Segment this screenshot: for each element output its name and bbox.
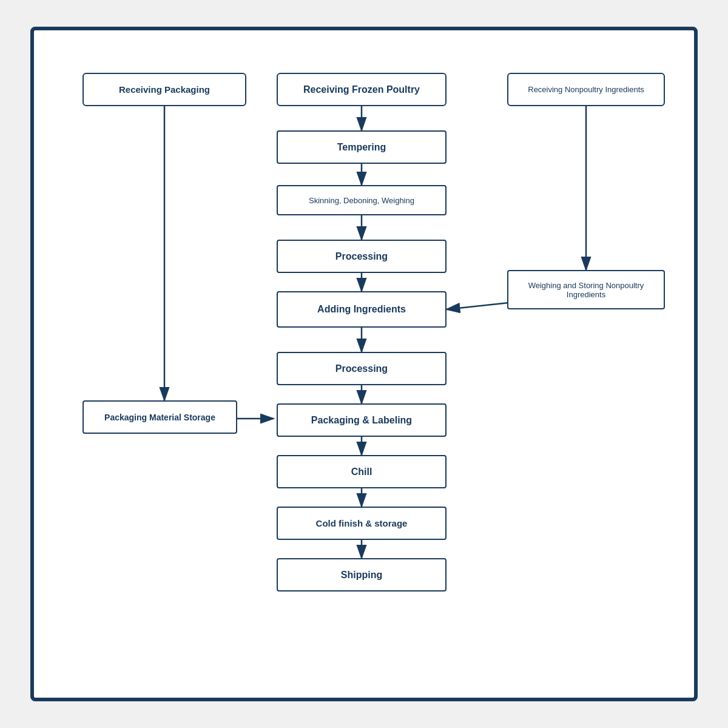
weighing-storing-box: Weighing and Storing Nonpoultry Ingredie… <box>507 270 665 309</box>
skinning-box: Skinning, Deboning, Weighing <box>277 185 447 215</box>
receiving-packaging-box: Receiving Packaging <box>83 73 246 106</box>
processing1-box: Processing <box>277 240 447 273</box>
diagram-container: Receiving Packaging Packaging Material S… <box>30 27 698 701</box>
processing2-box: Processing <box>277 352 447 385</box>
chill-box: Chill <box>277 455 447 488</box>
shipping-box: Shipping <box>277 558 447 592</box>
receiving-nonpoultry-box: Receiving Nonpoultry Ingredients <box>507 73 665 106</box>
cold-finish-box: Cold finish & storage <box>277 507 447 540</box>
receiving-frozen-poultry-box: Receiving Frozen Poultry <box>277 73 447 106</box>
packaging-material-storage-box: Packaging Material Storage <box>83 400 237 434</box>
flow-diagram: Receiving Packaging Packaging Material S… <box>58 55 670 673</box>
adding-ingredients-box: Adding Ingredients <box>277 291 447 328</box>
tempering-box: Tempering <box>277 130 447 164</box>
packaging-labeling-box: Packaging & Labeling <box>277 403 447 437</box>
